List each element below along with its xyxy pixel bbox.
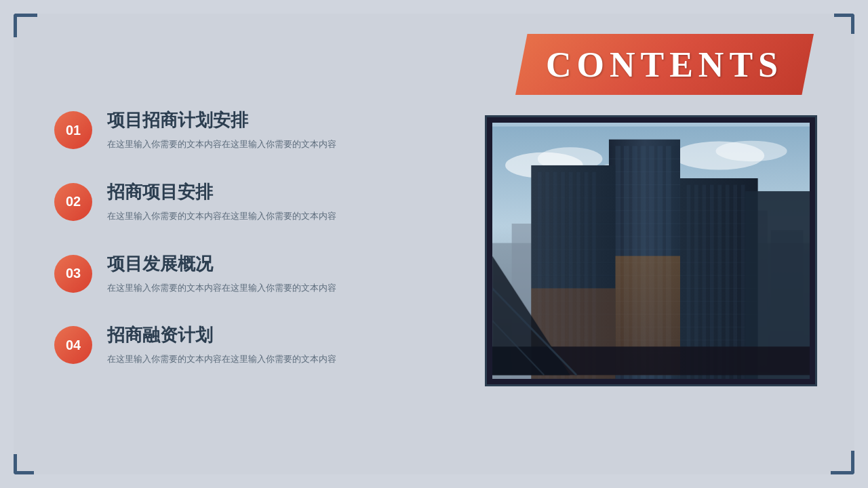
item-text-1: 项目招商计划安排 在这里输入你需要的文本内容在这里输入你需要的文本内容 (107, 108, 441, 152)
corner-decoration-bl (14, 454, 34, 474)
corner-decoration-tr (834, 14, 854, 34)
item-text-3: 项目发展概况 在这里输入你需要的文本内容在这里输入你需要的文本内容 (107, 252, 441, 296)
item-title-1: 项目招商计划安排 (107, 108, 441, 132)
item-desc-4: 在这里输入你需要的文本内容在这里输入你需要的文本内容 (107, 352, 441, 367)
item-number-4: 04 (54, 326, 92, 364)
slide: CONTENTS 01 项目招商计划安排 在这里输入你需要的文本内容在这里输入你… (14, 14, 854, 474)
list-item: 03 项目发展概况 在这里输入你需要的文本内容在这里输入你需要的文本内容 (54, 252, 441, 296)
contents-title: CONTENTS (546, 45, 783, 85)
list-item: 01 项目招商计划安排 在这里输入你需要的文本内容在这里输入你需要的文本内容 (54, 108, 441, 152)
image-frame-inner (492, 123, 810, 379)
item-number-2: 02 (54, 183, 92, 221)
list-item: 04 招商融资计划 在这里输入你需要的文本内容在这里输入你需要的文本内容 (54, 323, 441, 367)
item-desc-1: 在这里输入你需要的文本内容在这里输入你需要的文本内容 (107, 138, 441, 152)
item-desc-3: 在这里输入你需要的文本内容在这里输入你需要的文本内容 (107, 281, 441, 296)
item-number-1: 01 (54, 111, 92, 149)
image-frame-outer (485, 115, 817, 386)
contents-trapezoid: CONTENTS (515, 34, 814, 95)
contents-banner: CONTENTS (515, 34, 814, 95)
svg-point-4 (716, 141, 787, 162)
item-title-4: 招商融资计划 (107, 323, 441, 347)
header-area: CONTENTS (515, 34, 814, 95)
image-area (485, 115, 817, 386)
item-text-4: 招商融资计划 在这里输入你需要的文本内容在这里输入你需要的文本内容 (107, 323, 441, 367)
item-title-3: 项目发展概况 (107, 252, 441, 276)
item-text-2: 招商项目安排 在这里输入你需要的文本内容在这里输入你需要的文本内容 (107, 180, 441, 224)
content-list: 01 项目招商计划安排 在这里输入你需要的文本内容在这里输入你需要的文本内容 0… (54, 108, 441, 395)
list-item: 02 招商项目安排 在这里输入你需要的文本内容在这里输入你需要的文本内容 (54, 180, 441, 224)
building-illustration (492, 123, 810, 379)
item-number-3: 03 (54, 255, 92, 293)
item-title-2: 招商项目安排 (107, 180, 441, 204)
item-desc-2: 在这里输入你需要的文本内容在这里输入你需要的文本内容 (107, 209, 441, 224)
